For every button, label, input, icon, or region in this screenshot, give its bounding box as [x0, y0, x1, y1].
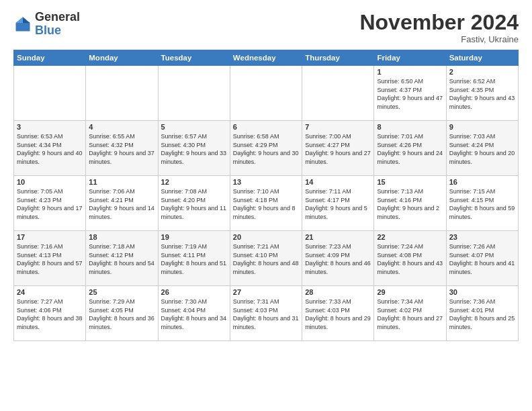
- calendar-cell: 29Sunrise: 7:34 AMSunset: 4:02 PMDayligh…: [374, 286, 446, 341]
- calendar-cell: [230, 66, 302, 121]
- cell-info: Sunrise: 7:21 AMSunset: 4:10 PMDaylight:…: [233, 243, 299, 275]
- day-number: 19: [161, 233, 227, 241]
- day-number: 3: [17, 123, 83, 131]
- cell-info: Sunrise: 7:16 AMSunset: 4:13 PMDaylight:…: [17, 243, 83, 275]
- calendar-cell: 21Sunrise: 7:23 AMSunset: 4:09 PMDayligh…: [302, 231, 374, 286]
- cell-info: Sunrise: 7:06 AMSunset: 4:21 PMDaylight:…: [89, 188, 154, 220]
- calendar-cell: 10Sunrise: 7:05 AMSunset: 4:23 PMDayligh…: [14, 176, 86, 231]
- cell-info: Sunrise: 7:13 AMSunset: 4:16 PMDaylight:…: [377, 188, 439, 220]
- calendar-cell: [86, 66, 158, 121]
- day-number: 14: [305, 178, 371, 186]
- day-number: 24: [17, 288, 83, 296]
- cell-info: Sunrise: 7:24 AMSunset: 4:08 PMDaylight:…: [377, 243, 443, 275]
- day-number: 28: [305, 288, 371, 296]
- calendar-week-3: 10Sunrise: 7:05 AMSunset: 4:23 PMDayligh…: [14, 176, 519, 231]
- cell-info: Sunrise: 6:52 AMSunset: 4:35 PMDaylight:…: [449, 78, 515, 110]
- logo-blue-text: Blue: [35, 24, 61, 37]
- day-number: 10: [17, 178, 83, 186]
- cell-info: Sunrise: 6:58 AMSunset: 4:29 PMDaylight:…: [233, 133, 299, 165]
- calendar-cell: 26Sunrise: 7:30 AMSunset: 4:04 PMDayligh…: [158, 286, 230, 341]
- location-subtitle: Fastiv, Ukraine: [359, 34, 519, 44]
- cell-info: Sunrise: 7:01 AMSunset: 4:26 PMDaylight:…: [377, 133, 443, 165]
- logo-text: General Blue: [35, 11, 80, 38]
- calendar-cell: 14Sunrise: 7:11 AMSunset: 4:17 PMDayligh…: [302, 176, 374, 231]
- calendar-week-2: 3Sunrise: 6:53 AMSunset: 4:34 PMDaylight…: [14, 121, 519, 176]
- calendar-cell: 16Sunrise: 7:15 AMSunset: 4:15 PMDayligh…: [446, 176, 518, 231]
- logo-general-text: General: [35, 10, 80, 24]
- cell-info: Sunrise: 7:10 AMSunset: 4:18 PMDaylight:…: [233, 188, 296, 220]
- day-number: 23: [449, 233, 515, 241]
- day-number: 8: [377, 123, 443, 131]
- cell-info: Sunrise: 7:31 AMSunset: 4:03 PMDaylight:…: [233, 298, 299, 330]
- svg-marker-1: [23, 17, 30, 23]
- cell-info: Sunrise: 6:55 AMSunset: 4:32 PMDaylight:…: [89, 133, 154, 165]
- header-cell-thursday: Thursday: [302, 50, 374, 66]
- cell-info: Sunrise: 6:57 AMSunset: 4:30 PMDaylight:…: [161, 133, 227, 165]
- month-title: November 2024: [359, 11, 519, 34]
- cell-info: Sunrise: 7:19 AMSunset: 4:11 PMDaylight:…: [161, 243, 227, 275]
- cell-info: Sunrise: 7:23 AMSunset: 4:09 PMDaylight:…: [305, 243, 371, 275]
- calendar-week-1: 1Sunrise: 6:50 AMSunset: 4:37 PMDaylight…: [14, 66, 519, 121]
- calendar-cell: 2Sunrise: 6:52 AMSunset: 4:35 PMDaylight…: [446, 66, 518, 121]
- cell-info: Sunrise: 7:08 AMSunset: 4:20 PMDaylight:…: [161, 188, 227, 220]
- cell-info: Sunrise: 6:53 AMSunset: 4:34 PMDaylight:…: [17, 133, 83, 165]
- cell-info: Sunrise: 7:29 AMSunset: 4:05 PMDaylight:…: [89, 298, 154, 330]
- header-cell-sunday: Sunday: [14, 50, 86, 66]
- calendar-cell: [302, 66, 374, 121]
- cell-info: Sunrise: 7:18 AMSunset: 4:12 PMDaylight:…: [89, 243, 154, 275]
- calendar-cell: 30Sunrise: 7:36 AMSunset: 4:01 PMDayligh…: [446, 286, 518, 341]
- day-number: 15: [377, 178, 443, 186]
- logo-icon: [13, 15, 32, 34]
- day-number: 5: [161, 123, 227, 131]
- calendar-cell: 19Sunrise: 7:19 AMSunset: 4:11 PMDayligh…: [158, 231, 230, 286]
- calendar-cell: 12Sunrise: 7:08 AMSunset: 4:20 PMDayligh…: [158, 176, 230, 231]
- calendar-cell: 1Sunrise: 6:50 AMSunset: 4:37 PMDaylight…: [374, 66, 446, 121]
- day-number: 29: [377, 288, 443, 296]
- calendar-week-5: 24Sunrise: 7:27 AMSunset: 4:06 PMDayligh…: [14, 286, 519, 341]
- day-number: 22: [377, 233, 443, 241]
- day-number: 7: [305, 123, 371, 131]
- day-number: 21: [305, 233, 371, 241]
- calendar-cell: 3Sunrise: 6:53 AMSunset: 4:34 PMDaylight…: [14, 121, 86, 176]
- day-number: 12: [161, 178, 227, 186]
- calendar-cell: [158, 66, 230, 121]
- calendar-cell: 27Sunrise: 7:31 AMSunset: 4:03 PMDayligh…: [230, 286, 302, 341]
- day-number: 26: [161, 288, 227, 296]
- calendar-header: SundayMondayTuesdayWednesdayThursdayFrid…: [14, 50, 519, 66]
- cell-info: Sunrise: 7:03 AMSunset: 4:24 PMDaylight:…: [449, 133, 515, 165]
- calendar-cell: 20Sunrise: 7:21 AMSunset: 4:10 PMDayligh…: [230, 231, 302, 286]
- day-number: 16: [449, 178, 515, 186]
- header-cell-friday: Friday: [374, 50, 446, 66]
- calendar-cell: 4Sunrise: 6:55 AMSunset: 4:32 PMDaylight…: [86, 121, 158, 176]
- calendar-cell: 17Sunrise: 7:16 AMSunset: 4:13 PMDayligh…: [14, 231, 86, 286]
- calendar-cell: 11Sunrise: 7:06 AMSunset: 4:21 PMDayligh…: [86, 176, 158, 231]
- day-number: 30: [449, 288, 515, 296]
- header-cell-tuesday: Tuesday: [158, 50, 230, 66]
- cell-info: Sunrise: 7:15 AMSunset: 4:15 PMDaylight:…: [449, 188, 515, 220]
- calendar-table: SundayMondayTuesdayWednesdayThursdayFrid…: [13, 50, 519, 341]
- cell-info: Sunrise: 7:11 AMSunset: 4:17 PMDaylight:…: [305, 188, 367, 220]
- calendar-cell: 6Sunrise: 6:58 AMSunset: 4:29 PMDaylight…: [230, 121, 302, 176]
- calendar-cell: 9Sunrise: 7:03 AMSunset: 4:24 PMDaylight…: [446, 121, 518, 176]
- calendar-cell: 23Sunrise: 7:26 AMSunset: 4:07 PMDayligh…: [446, 231, 518, 286]
- cell-info: Sunrise: 7:05 AMSunset: 4:23 PMDaylight:…: [17, 188, 83, 220]
- cell-info: Sunrise: 7:26 AMSunset: 4:07 PMDaylight:…: [449, 243, 515, 275]
- day-number: 1: [377, 68, 443, 76]
- day-number: 4: [89, 123, 154, 131]
- calendar-cell: 28Sunrise: 7:33 AMSunset: 4:03 PMDayligh…: [302, 286, 374, 341]
- day-number: 2: [449, 68, 515, 76]
- logo: General Blue: [13, 11, 80, 38]
- day-number: 17: [17, 233, 83, 241]
- calendar-cell: 22Sunrise: 7:24 AMSunset: 4:08 PMDayligh…: [374, 231, 446, 286]
- header: General Blue November 2024 Fastiv, Ukrai…: [13, 11, 519, 44]
- calendar-cell: 15Sunrise: 7:13 AMSunset: 4:16 PMDayligh…: [374, 176, 446, 231]
- header-row: SundayMondayTuesdayWednesdayThursdayFrid…: [14, 50, 519, 66]
- day-number: 27: [233, 288, 299, 296]
- calendar-cell: 5Sunrise: 6:57 AMSunset: 4:30 PMDaylight…: [158, 121, 230, 176]
- day-number: 13: [233, 178, 299, 186]
- day-number: 11: [89, 178, 154, 186]
- day-number: 9: [449, 123, 515, 131]
- cell-info: Sunrise: 7:30 AMSunset: 4:04 PMDaylight:…: [161, 298, 227, 330]
- cell-info: Sunrise: 7:36 AMSunset: 4:01 PMDaylight:…: [449, 298, 515, 330]
- calendar-body: 1Sunrise: 6:50 AMSunset: 4:37 PMDaylight…: [14, 66, 519, 341]
